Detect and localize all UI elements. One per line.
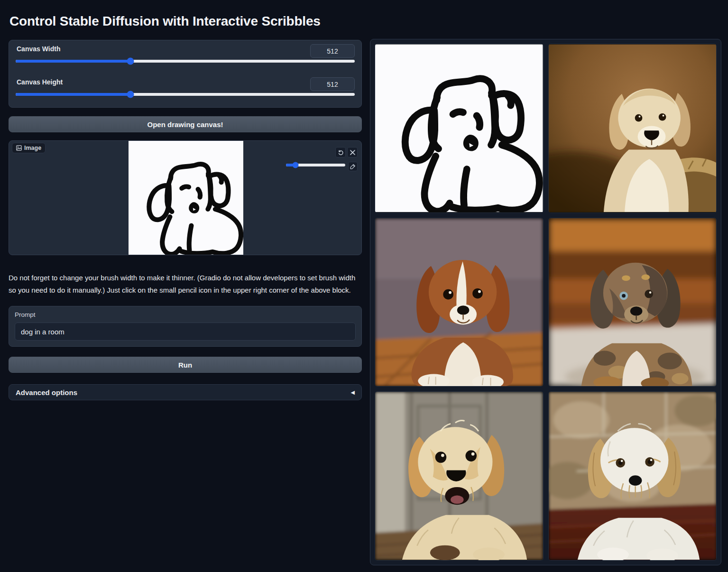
dog-photo-2: [375, 218, 543, 387]
dog-photo-1: [549, 44, 717, 212]
canvas-height-slider[interactable]: [16, 93, 355, 96]
brush-size-slider-handle[interactable]: [293, 162, 299, 168]
prompt-input[interactable]: [15, 323, 356, 341]
canvas-height-value-input[interactable]: [310, 77, 355, 91]
drawing-canvas[interactable]: [129, 141, 243, 255]
pencil-icon: [350, 164, 356, 169]
gallery-item-dog-basket[interactable]: [548, 44, 717, 213]
brush-settings-button[interactable]: [348, 162, 358, 171]
canvas-width-slider-handle[interactable]: [127, 58, 134, 65]
gallery-item-dog-white[interactable]: [548, 391, 717, 561]
dog-photo-3: [549, 218, 717, 387]
prompt-panel: Prompt: [9, 306, 362, 347]
undo-icon: [338, 149, 344, 156]
image-editor-block: Image: [9, 140, 362, 255]
canvas-height-slider-handle[interactable]: [127, 91, 134, 98]
brush-size-slider[interactable]: [286, 164, 345, 166]
gallery-item-dog-open-mouth[interactable]: [375, 391, 544, 561]
image-component-label: Image: [24, 145, 41, 151]
canvas-width-slider-fill: [16, 60, 130, 63]
image-icon: [16, 145, 22, 151]
clear-button[interactable]: [347, 147, 358, 157]
x-icon: [350, 150, 355, 155]
brush-width-note: Do not forget to change your brush width…: [9, 272, 363, 297]
run-button[interactable]: Run: [9, 357, 362, 373]
gallery-item-scribble[interactable]: [375, 44, 544, 213]
advanced-options-label: Advanced options: [16, 388, 77, 397]
canvas-size-panel: Canvas Width Canvas Height: [9, 40, 362, 108]
advanced-options-accordion[interactable]: Advanced options ◀: [9, 384, 362, 400]
prompt-label: Prompt: [15, 311, 356, 318]
gallery-item-dog-merle[interactable]: [548, 218, 717, 387]
undo-button[interactable]: [335, 147, 346, 157]
page-title: Control Stable Diffusion with Interactiv…: [9, 14, 436, 29]
canvas-width-label: Canvas Width: [17, 45, 60, 53]
dog-scribble-drawing: [129, 141, 243, 255]
canvas-height-slider-fill: [16, 93, 130, 96]
scribble-thumbnail: [375, 44, 543, 212]
accordion-collapse-icon: ◀: [351, 389, 355, 396]
results-gallery: [370, 39, 721, 565]
gallery-item-dog-wood-floor[interactable]: [375, 218, 544, 387]
canvas-width-slider[interactable]: [16, 60, 355, 63]
dog-photo-4: [375, 392, 543, 560]
open-drawing-canvas-button[interactable]: Open drawing canvas!: [9, 116, 362, 132]
canvas-width-value-input[interactable]: [310, 44, 355, 58]
image-component-badge: Image: [12, 143, 46, 153]
dog-photo-5: [549, 392, 717, 560]
canvas-height-label: Canvas Height: [17, 78, 63, 86]
